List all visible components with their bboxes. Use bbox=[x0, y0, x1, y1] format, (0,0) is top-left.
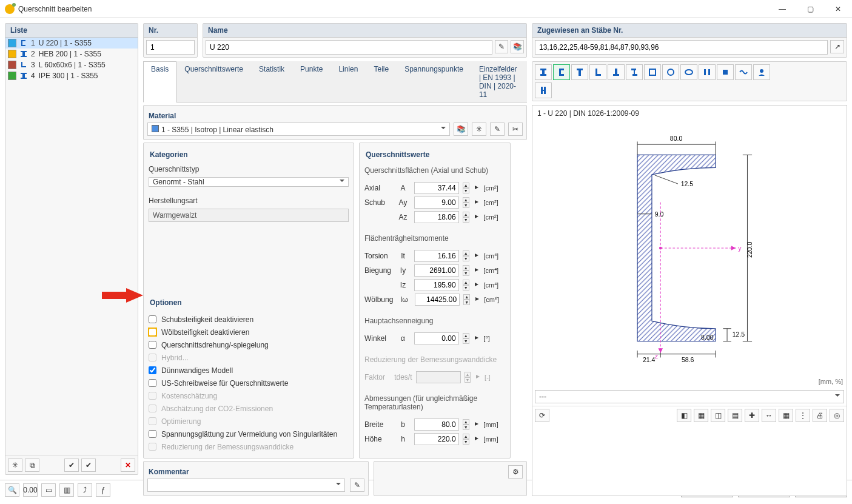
view3-icon[interactable]: ◫ bbox=[711, 409, 725, 422]
axis-icon[interactable]: ✚ bbox=[745, 409, 759, 422]
shape-pipe-icon[interactable] bbox=[699, 64, 716, 80]
shape-t2-icon[interactable] bbox=[608, 64, 625, 80]
spin-up-icon[interactable]: ▲ bbox=[463, 419, 469, 425]
view1-icon[interactable]: ◧ bbox=[677, 409, 691, 422]
go-icon[interactable]: ▸ bbox=[473, 434, 480, 445]
shape-solid-icon[interactable] bbox=[717, 64, 734, 80]
go-icon[interactable]: ▸ bbox=[473, 333, 480, 344]
spin-down-icon[interactable]: ▼ bbox=[463, 270, 469, 276]
spin-up-icon[interactable]: ▲ bbox=[463, 280, 469, 285]
check2-icon[interactable]: ✔ bbox=[81, 459, 96, 472]
go-icon[interactable]: ▸ bbox=[473, 280, 480, 291]
assign-input[interactable] bbox=[535, 40, 828, 55]
spin-up-icon[interactable]: ▲ bbox=[463, 212, 469, 217]
go-icon[interactable]: ▸ bbox=[474, 294, 480, 305]
spin-up-icon[interactable]: ▲ bbox=[463, 197, 469, 203]
value-input[interactable] bbox=[414, 211, 459, 223]
target-icon[interactable]: ◎ bbox=[830, 409, 844, 422]
material-new-icon[interactable]: ✳ bbox=[472, 123, 486, 136]
spin-down-icon[interactable]: ▼ bbox=[463, 439, 469, 445]
view2-icon[interactable]: ▦ bbox=[694, 409, 708, 422]
value-input[interactable] bbox=[414, 182, 459, 194]
shape-box-icon[interactable] bbox=[644, 64, 661, 80]
list-item[interactable]: 3 L 60x60x6 | 1 - S355 bbox=[5, 59, 138, 70]
material-lib-icon[interactable]: 📚 bbox=[454, 123, 468, 136]
view4-icon[interactable]: ▤ bbox=[728, 409, 742, 422]
shape-wave-icon[interactable] bbox=[735, 64, 752, 80]
spin-down-icon[interactable]: ▼ bbox=[463, 338, 469, 344]
spin-down-icon[interactable]: ▼ bbox=[463, 203, 469, 208]
print-icon[interactable]: 🖨 bbox=[813, 409, 827, 422]
view-refresh-icon[interactable]: ⟳ bbox=[535, 409, 549, 422]
shape-hi-icon[interactable] bbox=[535, 82, 552, 98]
edit-name-icon[interactable]: ✎ bbox=[495, 40, 508, 53]
grid-icon[interactable]: ▦ bbox=[779, 409, 793, 422]
option-checkbox[interactable]: Wölbsteifigkeit deaktivieren bbox=[149, 326, 349, 338]
tab[interactable]: Querschnittswerte bbox=[176, 61, 251, 102]
value-input[interactable] bbox=[414, 433, 459, 445]
delete-icon[interactable]: ✕ bbox=[121, 459, 135, 472]
option-checkbox[interactable]: Schubsteifigkeit deaktivieren bbox=[149, 313, 349, 326]
tab[interactable]: Spannungspunkte bbox=[397, 61, 471, 102]
maximize-button[interactable]: ▢ bbox=[796, 0, 824, 18]
list-item[interactable]: 4 IPE 300 | 1 - S355 bbox=[5, 70, 138, 81]
spin-down-icon[interactable]: ▼ bbox=[463, 425, 469, 430]
go-icon[interactable]: ▸ bbox=[473, 212, 480, 223]
list-item[interactable]: 1 U 220 | 1 - S355 bbox=[5, 38, 138, 49]
close-button[interactable]: ✕ bbox=[824, 0, 852, 18]
tab[interactable]: Basis bbox=[143, 61, 176, 102]
go-icon[interactable]: ▸ bbox=[473, 183, 480, 193]
option-checkbox[interactable]: US-Schreibweise für Querschnittswerte bbox=[149, 377, 349, 389]
view-c-icon[interactable]: ⤴ bbox=[78, 483, 92, 497]
nr-input[interactable] bbox=[146, 40, 195, 55]
type-select[interactable]: Genormt - Stahl bbox=[149, 177, 349, 187]
spin-down-icon[interactable]: ▼ bbox=[463, 188, 469, 193]
value-input[interactable] bbox=[414, 264, 459, 277]
shape-user-icon[interactable] bbox=[753, 64, 770, 80]
minimize-button[interactable]: — bbox=[768, 0, 796, 18]
shape-o-icon[interactable] bbox=[662, 64, 679, 80]
material-edit-icon[interactable]: ✎ bbox=[490, 123, 505, 136]
spin-up-icon[interactable]: ▲ bbox=[463, 250, 469, 256]
help-icon[interactable]: 🔍 bbox=[5, 483, 19, 497]
spin-up-icon[interactable]: ▲ bbox=[463, 333, 469, 338]
comment-select[interactable] bbox=[147, 479, 345, 492]
shape-i-icon[interactable] bbox=[535, 64, 552, 80]
preview-view-select[interactable]: --- bbox=[535, 390, 844, 403]
shape-t-icon[interactable] bbox=[571, 64, 588, 80]
view-b-icon[interactable]: ▥ bbox=[59, 483, 74, 497]
units-icon[interactable]: 0.00 bbox=[23, 483, 38, 497]
view-a-icon[interactable]: ▭ bbox=[41, 483, 56, 497]
comment-edit-icon[interactable]: ✎ bbox=[350, 479, 364, 492]
name-input[interactable] bbox=[206, 40, 492, 55]
spin-down-icon[interactable]: ▼ bbox=[463, 217, 469, 223]
tab[interactable]: Linien bbox=[330, 61, 366, 102]
material-del-icon[interactable]: ✂ bbox=[508, 123, 523, 136]
new-icon[interactable]: ✳ bbox=[8, 459, 22, 472]
spin-up-icon[interactable]: ▲ bbox=[463, 434, 469, 439]
option-checkbox[interactable]: Spannungsglättung zur Vermeidung von Sin… bbox=[149, 428, 349, 440]
value-input[interactable] bbox=[414, 279, 459, 291]
tab[interactable]: Teile bbox=[366, 61, 397, 102]
go-icon[interactable]: ▸ bbox=[473, 419, 480, 430]
points-icon[interactable]: ⋮ bbox=[796, 409, 810, 422]
option-checkbox[interactable]: Querschnittsdrehung/-spiegelung bbox=[149, 338, 349, 351]
spin-down-icon[interactable]: ▼ bbox=[463, 285, 469, 291]
shape-l-icon[interactable] bbox=[589, 64, 606, 80]
view-d-icon[interactable]: ƒ bbox=[96, 483, 110, 497]
spin-up-icon[interactable]: ▲ bbox=[463, 294, 470, 300]
go-icon[interactable]: ▸ bbox=[473, 197, 480, 208]
value-input[interactable] bbox=[414, 197, 459, 209]
go-icon[interactable]: ▸ bbox=[473, 265, 480, 276]
tab[interactable]: Einzelfelder | EN 1993 | DIN | 2020-11 bbox=[471, 61, 527, 102]
shape-c-icon[interactable] bbox=[553, 64, 570, 80]
dim-icon[interactable]: ↔ bbox=[762, 409, 776, 422]
tab[interactable]: Punkte bbox=[292, 61, 330, 102]
section-list[interactable]: 1 U 220 | 1 - S355 2 HEB 200 | 1 - S355 … bbox=[5, 38, 138, 455]
spin-down-icon[interactable]: ▼ bbox=[463, 300, 470, 305]
library-icon[interactable]: 📚 bbox=[511, 40, 524, 53]
calc-icon[interactable]: ⚙ bbox=[508, 465, 523, 479]
spin-up-icon[interactable]: ▲ bbox=[463, 183, 469, 188]
spin-down-icon[interactable]: ▼ bbox=[463, 256, 469, 261]
go-icon[interactable]: ▸ bbox=[473, 250, 480, 261]
